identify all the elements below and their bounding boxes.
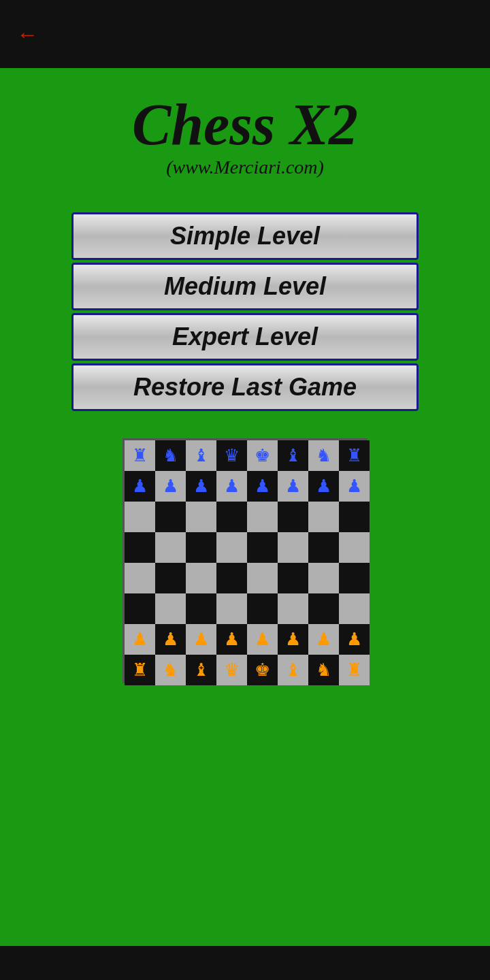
chess-cell: ♟ [216, 471, 247, 502]
chess-cell [216, 593, 247, 624]
chess-cell: ♛ [216, 655, 247, 685]
chess-cell: ♟ [125, 471, 155, 502]
chess-cell: ♛ [216, 440, 247, 471]
chess-piece: ♛ [224, 447, 240, 465]
chess-cell [155, 563, 186, 593]
chess-cell [155, 593, 186, 624]
chess-cell [216, 532, 247, 563]
simple-level-button[interactable]: Simple Level [71, 212, 419, 260]
chess-piece: ♞ [316, 662, 331, 679]
chess-cell: ♚ [247, 440, 278, 471]
chess-piece: ♟ [163, 478, 178, 495]
chess-piece: ♝ [193, 447, 209, 465]
top-bar: ← [0, 0, 490, 68]
chess-cell: ♟ [155, 471, 186, 502]
chess-piece: ♜ [346, 662, 362, 679]
chess-cell [155, 502, 186, 532]
chess-cell [216, 502, 247, 532]
chess-piece: ♟ [316, 631, 331, 649]
chess-cell: ♜ [339, 440, 370, 471]
chess-cell: ♟ [278, 624, 308, 655]
chess-cell: ♝ [186, 440, 216, 471]
chess-cell [339, 502, 370, 532]
chess-piece: ♟ [132, 478, 148, 495]
chess-piece: ♟ [285, 478, 301, 495]
main-content: Chess X2 (www.Merciari.com) Simple Level… [0, 68, 490, 946]
chess-piece: ♟ [132, 631, 148, 649]
chess-cell [247, 502, 278, 532]
chess-cell: ♞ [155, 440, 186, 471]
chess-cell: ♝ [186, 655, 216, 685]
chess-cell [186, 502, 216, 532]
chess-cell [247, 532, 278, 563]
chess-cell [278, 532, 308, 563]
chess-cell: ♟ [155, 624, 186, 655]
app-title: Chess X2 [132, 95, 358, 154]
chess-cell [125, 502, 155, 532]
chess-cell: ♚ [247, 655, 278, 685]
chess-piece: ♟ [285, 631, 301, 649]
chess-cell [308, 532, 339, 563]
back-arrow[interactable]: ← [16, 22, 38, 47]
chess-cell: ♞ [308, 440, 339, 471]
restore-game-button[interactable]: Restore Last Game [71, 363, 419, 411]
buttons-container: Simple Level Medium Level Expert Level R… [71, 212, 419, 411]
chess-cell [155, 532, 186, 563]
chess-cell [308, 502, 339, 532]
chess-cell: ♟ [308, 624, 339, 655]
chess-cell: ♟ [339, 624, 370, 655]
chess-cell: ♝ [278, 440, 308, 471]
chess-piece: ♚ [255, 662, 270, 679]
chess-cell: ♞ [155, 655, 186, 685]
chess-cell [125, 593, 155, 624]
chess-piece: ♟ [193, 631, 209, 649]
chess-cell: ♟ [216, 624, 247, 655]
chess-piece: ♟ [346, 631, 362, 649]
chess-piece: ♟ [346, 478, 362, 495]
medium-level-button[interactable]: Medium Level [71, 263, 419, 310]
chess-cell: ♟ [247, 624, 278, 655]
chess-cell [339, 563, 370, 593]
chess-cell: ♟ [186, 624, 216, 655]
chess-piece: ♞ [316, 447, 331, 465]
chess-cell [125, 532, 155, 563]
app-subtitle: (www.Merciari.com) [166, 157, 324, 178]
chess-piece: ♟ [224, 631, 240, 649]
chess-cell [339, 532, 370, 563]
chess-cell: ♜ [125, 655, 155, 685]
expert-level-button[interactable]: Expert Level [71, 313, 419, 361]
chess-cell [186, 563, 216, 593]
chess-cell: ♟ [278, 471, 308, 502]
chess-piece: ♜ [346, 447, 362, 465]
chess-board: ♜♞♝♛♚♝♞♜♟♟♟♟♟♟♟♟♟♟♟♟♟♟♟♟♜♞♝♛♚♝♞♜ [122, 438, 368, 683]
chess-cell: ♟ [247, 471, 278, 502]
chess-piece: ♝ [285, 662, 301, 679]
chess-piece: ♟ [163, 631, 178, 649]
chess-cell [247, 593, 278, 624]
chess-piece: ♜ [132, 447, 148, 465]
chess-piece: ♟ [255, 631, 270, 649]
chess-cell: ♟ [339, 471, 370, 502]
chess-piece: ♜ [132, 662, 148, 679]
chess-cell: ♞ [308, 655, 339, 685]
chess-cell: ♜ [339, 655, 370, 685]
chess-piece: ♝ [193, 662, 209, 679]
chess-cell [308, 563, 339, 593]
chess-cell [278, 502, 308, 532]
chess-piece: ♟ [255, 478, 270, 495]
chess-cell: ♟ [125, 624, 155, 655]
chess-board-container: ♜♞♝♛♚♝♞♜♟♟♟♟♟♟♟♟♟♟♟♟♟♟♟♟♜♞♝♛♚♝♞♜ [122, 438, 368, 683]
chess-piece: ♞ [163, 447, 178, 465]
chess-piece: ♚ [255, 447, 270, 465]
chess-cell [278, 593, 308, 624]
chess-cell [125, 563, 155, 593]
chess-piece: ♝ [285, 447, 301, 465]
chess-cell: ♟ [308, 471, 339, 502]
chess-cell [216, 563, 247, 593]
chess-cell [308, 593, 339, 624]
chess-cell: ♜ [125, 440, 155, 471]
chess-cell [339, 593, 370, 624]
chess-cell [278, 563, 308, 593]
chess-cell [186, 532, 216, 563]
chess-cell: ♝ [278, 655, 308, 685]
